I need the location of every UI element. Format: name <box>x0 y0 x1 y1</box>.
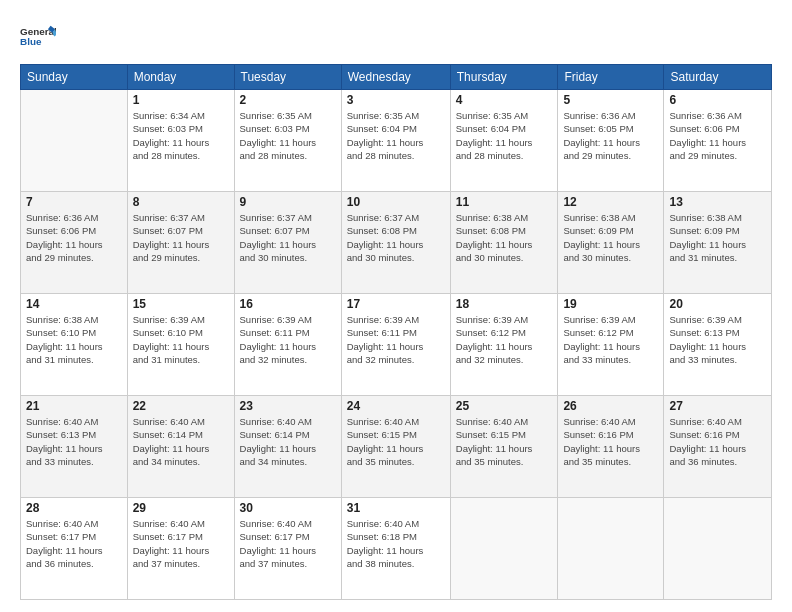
header-thursday: Thursday <box>450 65 558 90</box>
day-info: Sunrise: 6:40 AMSunset: 6:14 PMDaylight:… <box>133 415 229 468</box>
day-number: 8 <box>133 195 229 209</box>
day-info: Sunrise: 6:37 AMSunset: 6:07 PMDaylight:… <box>133 211 229 264</box>
day-info: Sunrise: 6:34 AMSunset: 6:03 PMDaylight:… <box>133 109 229 162</box>
day-info: Sunrise: 6:38 AMSunset: 6:08 PMDaylight:… <box>456 211 553 264</box>
day-info: Sunrise: 6:40 AMSunset: 6:16 PMDaylight:… <box>669 415 766 468</box>
day-info: Sunrise: 6:40 AMSunset: 6:18 PMDaylight:… <box>347 517 445 570</box>
page: General Blue SundayMondayTuesdayWednesda… <box>0 0 792 612</box>
day-number: 30 <box>240 501 336 515</box>
day-cell-24: 24 Sunrise: 6:40 AMSunset: 6:15 PMDaylig… <box>341 396 450 498</box>
day-cell-18: 18 Sunrise: 6:39 AMSunset: 6:12 PMDaylig… <box>450 294 558 396</box>
day-cell-12: 12 Sunrise: 6:38 AMSunset: 6:09 PMDaylig… <box>558 192 664 294</box>
day-number: 21 <box>26 399 122 413</box>
day-info: Sunrise: 6:36 AMSunset: 6:06 PMDaylight:… <box>669 109 766 162</box>
day-cell-23: 23 Sunrise: 6:40 AMSunset: 6:14 PMDaylig… <box>234 396 341 498</box>
header-friday: Friday <box>558 65 664 90</box>
day-cell-11: 11 Sunrise: 6:38 AMSunset: 6:08 PMDaylig… <box>450 192 558 294</box>
day-number: 31 <box>347 501 445 515</box>
empty-cell-0-0 <box>21 90 128 192</box>
day-cell-15: 15 Sunrise: 6:39 AMSunset: 6:10 PMDaylig… <box>127 294 234 396</box>
day-cell-20: 20 Sunrise: 6:39 AMSunset: 6:13 PMDaylig… <box>664 294 772 396</box>
day-number: 22 <box>133 399 229 413</box>
day-cell-2: 2 Sunrise: 6:35 AMSunset: 6:03 PMDayligh… <box>234 90 341 192</box>
day-info: Sunrise: 6:37 AMSunset: 6:08 PMDaylight:… <box>347 211 445 264</box>
day-number: 26 <box>563 399 658 413</box>
day-number: 1 <box>133 93 229 107</box>
day-cell-5: 5 Sunrise: 6:36 AMSunset: 6:05 PMDayligh… <box>558 90 664 192</box>
day-cell-6: 6 Sunrise: 6:36 AMSunset: 6:06 PMDayligh… <box>664 90 772 192</box>
header-wednesday: Wednesday <box>341 65 450 90</box>
day-info: Sunrise: 6:39 AMSunset: 6:11 PMDaylight:… <box>240 313 336 366</box>
day-info: Sunrise: 6:39 AMSunset: 6:12 PMDaylight:… <box>563 313 658 366</box>
week-row-1: 1 Sunrise: 6:34 AMSunset: 6:03 PMDayligh… <box>21 90 772 192</box>
day-cell-30: 30 Sunrise: 6:40 AMSunset: 6:17 PMDaylig… <box>234 498 341 600</box>
day-number: 23 <box>240 399 336 413</box>
header-saturday: Saturday <box>664 65 772 90</box>
day-number: 12 <box>563 195 658 209</box>
day-info: Sunrise: 6:40 AMSunset: 6:15 PMDaylight:… <box>456 415 553 468</box>
day-cell-13: 13 Sunrise: 6:38 AMSunset: 6:09 PMDaylig… <box>664 192 772 294</box>
day-number: 24 <box>347 399 445 413</box>
day-number: 11 <box>456 195 553 209</box>
day-info: Sunrise: 6:38 AMSunset: 6:09 PMDaylight:… <box>669 211 766 264</box>
day-cell-1: 1 Sunrise: 6:34 AMSunset: 6:03 PMDayligh… <box>127 90 234 192</box>
day-cell-27: 27 Sunrise: 6:40 AMSunset: 6:16 PMDaylig… <box>664 396 772 498</box>
day-cell-29: 29 Sunrise: 6:40 AMSunset: 6:17 PMDaylig… <box>127 498 234 600</box>
day-number: 3 <box>347 93 445 107</box>
day-cell-19: 19 Sunrise: 6:39 AMSunset: 6:12 PMDaylig… <box>558 294 664 396</box>
day-cell-22: 22 Sunrise: 6:40 AMSunset: 6:14 PMDaylig… <box>127 396 234 498</box>
day-info: Sunrise: 6:38 AMSunset: 6:10 PMDaylight:… <box>26 313 122 366</box>
header-monday: Monday <box>127 65 234 90</box>
day-info: Sunrise: 6:40 AMSunset: 6:17 PMDaylight:… <box>26 517 122 570</box>
week-row-5: 28 Sunrise: 6:40 AMSunset: 6:17 PMDaylig… <box>21 498 772 600</box>
day-number: 15 <box>133 297 229 311</box>
week-row-4: 21 Sunrise: 6:40 AMSunset: 6:13 PMDaylig… <box>21 396 772 498</box>
day-number: 13 <box>669 195 766 209</box>
day-info: Sunrise: 6:37 AMSunset: 6:07 PMDaylight:… <box>240 211 336 264</box>
day-info: Sunrise: 6:40 AMSunset: 6:17 PMDaylight:… <box>240 517 336 570</box>
day-info: Sunrise: 6:40 AMSunset: 6:14 PMDaylight:… <box>240 415 336 468</box>
day-info: Sunrise: 6:35 AMSunset: 6:03 PMDaylight:… <box>240 109 336 162</box>
day-cell-16: 16 Sunrise: 6:39 AMSunset: 6:11 PMDaylig… <box>234 294 341 396</box>
day-number: 18 <box>456 297 553 311</box>
day-info: Sunrise: 6:35 AMSunset: 6:04 PMDaylight:… <box>456 109 553 162</box>
day-info: Sunrise: 6:38 AMSunset: 6:09 PMDaylight:… <box>563 211 658 264</box>
day-number: 14 <box>26 297 122 311</box>
day-info: Sunrise: 6:40 AMSunset: 6:15 PMDaylight:… <box>347 415 445 468</box>
day-number: 5 <box>563 93 658 107</box>
day-number: 2 <box>240 93 336 107</box>
day-cell-31: 31 Sunrise: 6:40 AMSunset: 6:18 PMDaylig… <box>341 498 450 600</box>
day-info: Sunrise: 6:39 AMSunset: 6:12 PMDaylight:… <box>456 313 553 366</box>
day-info: Sunrise: 6:39 AMSunset: 6:13 PMDaylight:… <box>669 313 766 366</box>
week-row-2: 7 Sunrise: 6:36 AMSunset: 6:06 PMDayligh… <box>21 192 772 294</box>
day-number: 16 <box>240 297 336 311</box>
week-row-3: 14 Sunrise: 6:38 AMSunset: 6:10 PMDaylig… <box>21 294 772 396</box>
day-cell-25: 25 Sunrise: 6:40 AMSunset: 6:15 PMDaylig… <box>450 396 558 498</box>
day-cell-10: 10 Sunrise: 6:37 AMSunset: 6:08 PMDaylig… <box>341 192 450 294</box>
empty-cell-4-5 <box>558 498 664 600</box>
day-number: 20 <box>669 297 766 311</box>
day-info: Sunrise: 6:40 AMSunset: 6:13 PMDaylight:… <box>26 415 122 468</box>
day-number: 29 <box>133 501 229 515</box>
day-cell-14: 14 Sunrise: 6:38 AMSunset: 6:10 PMDaylig… <box>21 294 128 396</box>
day-info: Sunrise: 6:40 AMSunset: 6:17 PMDaylight:… <box>133 517 229 570</box>
day-number: 6 <box>669 93 766 107</box>
day-number: 27 <box>669 399 766 413</box>
logo: General Blue <box>20 16 56 56</box>
day-cell-21: 21 Sunrise: 6:40 AMSunset: 6:13 PMDaylig… <box>21 396 128 498</box>
day-number: 28 <box>26 501 122 515</box>
day-cell-9: 9 Sunrise: 6:37 AMSunset: 6:07 PMDayligh… <box>234 192 341 294</box>
day-cell-8: 8 Sunrise: 6:37 AMSunset: 6:07 PMDayligh… <box>127 192 234 294</box>
day-number: 4 <box>456 93 553 107</box>
day-info: Sunrise: 6:39 AMSunset: 6:11 PMDaylight:… <box>347 313 445 366</box>
day-cell-3: 3 Sunrise: 6:35 AMSunset: 6:04 PMDayligh… <box>341 90 450 192</box>
day-cell-4: 4 Sunrise: 6:35 AMSunset: 6:04 PMDayligh… <box>450 90 558 192</box>
day-info: Sunrise: 6:36 AMSunset: 6:06 PMDaylight:… <box>26 211 122 264</box>
day-info: Sunrise: 6:36 AMSunset: 6:05 PMDaylight:… <box>563 109 658 162</box>
header-tuesday: Tuesday <box>234 65 341 90</box>
day-info: Sunrise: 6:40 AMSunset: 6:16 PMDaylight:… <box>563 415 658 468</box>
day-cell-7: 7 Sunrise: 6:36 AMSunset: 6:06 PMDayligh… <box>21 192 128 294</box>
empty-cell-4-6 <box>664 498 772 600</box>
day-info: Sunrise: 6:39 AMSunset: 6:10 PMDaylight:… <box>133 313 229 366</box>
day-number: 17 <box>347 297 445 311</box>
